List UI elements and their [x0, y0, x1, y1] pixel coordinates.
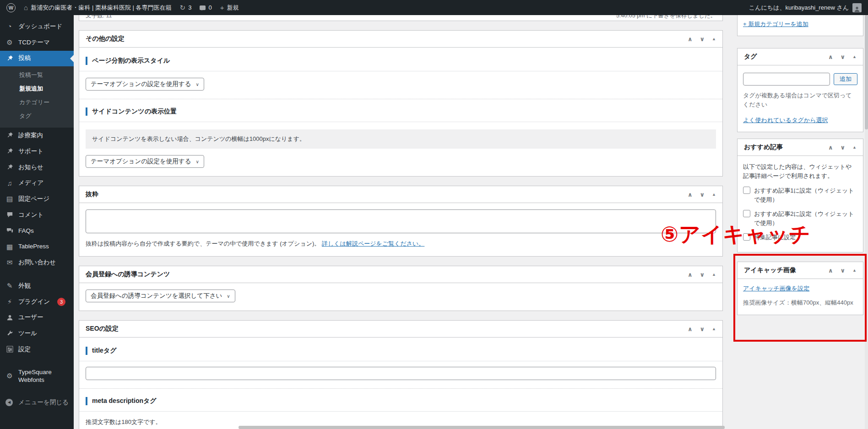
- submenu-item-post-list[interactable]: 投稿一覧: [0, 68, 74, 82]
- sidebar-item-label: 投稿: [18, 54, 31, 62]
- sidebar-item-label: コメント: [18, 211, 43, 219]
- set-featured-image-link[interactable]: アイキャッチ画像を設定: [743, 285, 809, 292]
- sidebar-item-pages[interactable]: ▤ 固定ページ: [0, 191, 74, 207]
- other-settings-panel: その他の設定 ∧ ∨ ▲ ページ分割の表示スタイル テーマオプションの設定を使用…: [79, 30, 723, 177]
- sidebar-item-tcd-theme[interactable]: ⚙ TCDテーマ: [0, 35, 74, 51]
- move-down-icon[interactable]: ∨: [700, 36, 705, 43]
- sidebar-item-shinryo-annai[interactable]: 診療案内: [0, 128, 74, 144]
- site-link[interactable]: ⌂ 新浦安の歯医者・歯科 | 栗林歯科医院 | 各専門医在籍: [24, 4, 172, 12]
- sidebar-item-media[interactable]: ♫ メディア: [0, 176, 74, 192]
- sidebar-item-oshirase[interactable]: お知らせ: [0, 160, 74, 176]
- site-title: 新浦安の歯医者・歯科 | 栗林歯科医院 | 各専門医在籍: [31, 4, 172, 12]
- move-down-icon[interactable]: ∨: [841, 144, 846, 151]
- member-guide-select[interactable]: 会員登録への誘導コンテンツを選択して下さい ∨: [86, 290, 235, 302]
- table-icon: ▦: [5, 243, 14, 252]
- sidebar-item-faqs[interactable]: FAQs: [0, 223, 74, 239]
- move-up-icon[interactable]: ∧: [828, 144, 833, 151]
- sidebar-item-appearance[interactable]: ✎ 外観: [0, 278, 74, 294]
- excerpt-textarea[interactable]: [86, 209, 716, 233]
- select-value: テーマオプションの設定を使用する: [91, 80, 191, 88]
- move-up-icon[interactable]: ∧: [828, 267, 833, 274]
- submenu-item-tags[interactable]: タグ: [0, 109, 74, 123]
- wrench-icon: [5, 329, 14, 338]
- move-down-icon[interactable]: ∨: [700, 326, 705, 332]
- panel-header: アイキャッチ画像 ∧ ∨ ▲: [738, 262, 863, 279]
- submenu-item-add-new[interactable]: 新規追加: [0, 82, 74, 96]
- excerpt-help-link[interactable]: 詳しくは解説ページをご覧ください。: [322, 240, 424, 247]
- sidebar-item-dashboard[interactable]: ◔ ダッシュボード: [0, 19, 74, 35]
- updates-icon: ↻: [180, 4, 186, 11]
- users-icon: [5, 314, 14, 322]
- toggle-panel-icon[interactable]: ▲: [712, 327, 716, 331]
- sidebar-item-typesquare[interactable]: ⚙ TypeSquare Webfonts: [0, 365, 69, 388]
- select-value: テーマオプションの設定を使用する: [91, 157, 191, 166]
- page-split-select[interactable]: テーマオプションの設定を使用する ∨: [86, 78, 204, 91]
- content-area: 文字数: 11 5:40:05 pm に下書きを保存しました。 その他の設定 ∧…: [74, 15, 868, 429]
- wordpress-logo-icon[interactable]: W: [6, 3, 16, 12]
- title-tag-input[interactable]: [86, 367, 716, 380]
- recommend1-checkbox[interactable]: [743, 187, 750, 194]
- pin-icon: [5, 131, 14, 140]
- sidebar-item-label: メディア: [18, 179, 43, 187]
- move-down-icon[interactable]: ∨: [700, 191, 705, 198]
- move-up-icon[interactable]: ∧: [828, 54, 833, 60]
- avatar[interactable]: [852, 3, 862, 12]
- mail-icon: ✉: [5, 258, 14, 267]
- sidebar-item-plugins[interactable]: ⚡ プラグイン 3: [0, 294, 74, 310]
- comment-icon: [200, 5, 206, 10]
- panel-header: SEOの設定 ∧ ∨ ▲: [79, 321, 722, 338]
- panel-title: アイキャッチ画像: [744, 266, 796, 274]
- media-icon: ♫: [5, 179, 14, 188]
- updates-button[interactable]: ↻ 3: [180, 4, 192, 11]
- user-greeting[interactable]: こんにちは、kuribayashi_renew さん: [749, 4, 849, 12]
- member-guide-panel: 会員登録への誘導コンテンツ ∧ ∨ ▲ 会員登録への誘導コンテンツを選択して下さ…: [79, 266, 723, 311]
- recommend2-checkbox[interactable]: [743, 210, 750, 217]
- toggle-panel-icon[interactable]: ▲: [712, 192, 716, 197]
- choose-from-tags-link[interactable]: よく使われているタグから選択: [743, 117, 828, 123]
- toggle-panel-icon[interactable]: ▲: [852, 268, 857, 273]
- sidebar-item-posts[interactable]: 投稿: [0, 51, 74, 67]
- draft-saved-message: 5:40:05 pm に下書きを保存しました。: [616, 15, 716, 20]
- toggle-panel-icon[interactable]: ▲: [852, 54, 857, 59]
- sidebar-item-label: 固定ページ: [18, 195, 49, 203]
- tag-input[interactable]: [743, 73, 830, 86]
- move-down-icon[interactable]: ∨: [841, 54, 846, 60]
- sidebar-item-tablepress[interactable]: ▦ TablePress: [0, 239, 74, 255]
- scrollbar-thumb[interactable]: [865, 15, 868, 129]
- add-tag-button[interactable]: 追加: [834, 73, 857, 85]
- sidebar-item-settings[interactable]: 設定: [0, 342, 74, 358]
- collapse-menu-button[interactable]: ◀ メニューを閉じる: [0, 395, 74, 410]
- toggle-panel-icon[interactable]: ▲: [712, 272, 716, 277]
- sidebar-item-label: 診療案内: [18, 132, 43, 139]
- section-heading: ページ分割の表示スタイル: [86, 57, 716, 65]
- horizontal-scrollbar[interactable]: [239, 426, 725, 429]
- new-content-button[interactable]: + 新規: [220, 4, 239, 12]
- sidebar-item-contact[interactable]: ✉ お問い合わせ: [0, 255, 74, 271]
- move-down-icon[interactable]: ∨: [841, 267, 846, 274]
- submenu-item-categories[interactable]: カテゴリー: [0, 96, 74, 109]
- add-new-category-link[interactable]: + 新規カテゴリーを追加: [743, 21, 808, 27]
- plugin-icon: ⚡: [5, 298, 14, 306]
- checkbox-label: おすすめ記事1に設定（ウィジェットで使用）: [754, 186, 857, 204]
- panel-title: その他の設定: [86, 35, 125, 43]
- toggle-panel-icon[interactable]: ▲: [852, 145, 857, 150]
- move-up-icon[interactable]: ∧: [688, 36, 693, 43]
- sidebar-item-label: 外観: [18, 282, 31, 290]
- sidebar-item-comments[interactable]: コメント: [0, 207, 74, 223]
- side-content-select[interactable]: テーマオプションの設定を使用する ∨: [86, 155, 204, 168]
- move-up-icon[interactable]: ∧: [688, 191, 693, 198]
- move-up-icon[interactable]: ∧: [688, 326, 693, 332]
- toggle-panel-icon[interactable]: ▲: [712, 37, 716, 41]
- sidebar-item-support[interactable]: サポート: [0, 144, 74, 160]
- sidebar-item-users[interactable]: ユーザー: [0, 310, 74, 326]
- panel-title: SEOの設定: [86, 325, 119, 333]
- move-down-icon[interactable]: ∨: [700, 271, 705, 278]
- excerpt-description: 抜粋は投稿内容から自分で作成する要約で、テーマの中で使用できます (オプション)…: [86, 240, 320, 247]
- vertical-scrollbar[interactable]: [865, 15, 868, 429]
- chevron-down-icon: ∨: [195, 82, 199, 87]
- pin-icon: [5, 147, 14, 156]
- move-up-icon[interactable]: ∧: [688, 271, 693, 278]
- comments-button[interactable]: 0: [200, 4, 212, 11]
- gear-icon: ⚙: [5, 372, 14, 381]
- sidebar-item-tools[interactable]: ツール: [0, 326, 74, 342]
